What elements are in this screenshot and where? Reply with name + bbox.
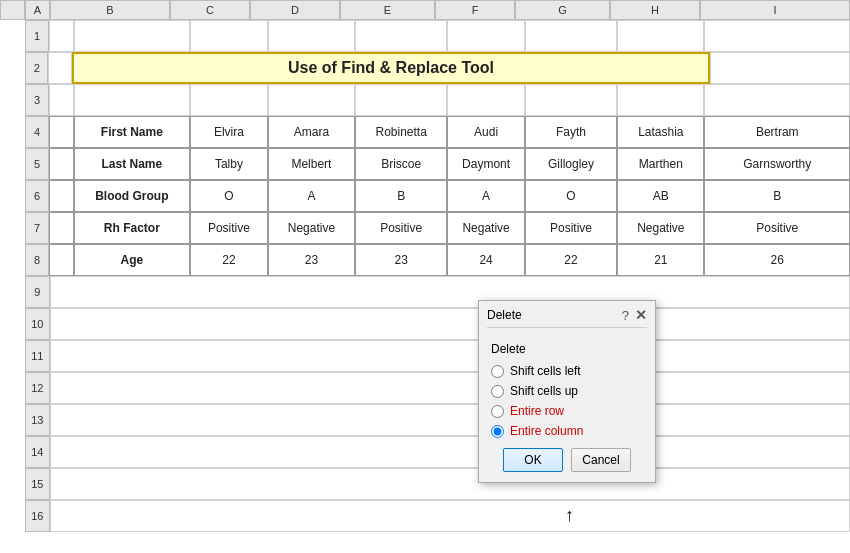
cell-a3[interactable] — [49, 84, 73, 116]
cell-c7[interactable]: Positive — [190, 212, 268, 244]
cell-i4[interactable]: Bertram — [704, 116, 850, 148]
cell-d1[interactable] — [268, 20, 355, 52]
radio-entire-column-label: Entire column — [510, 424, 583, 438]
cell-e7[interactable]: Positive — [355, 212, 447, 244]
cell-a5[interactable] — [49, 148, 73, 180]
row-header-4: 4 — [25, 116, 49, 148]
cell-e4[interactable]: Robinetta — [355, 116, 447, 148]
dialog-title: Delete — [487, 308, 522, 322]
cell-row16[interactable] — [50, 500, 850, 532]
cell-d6[interactable]: A — [268, 180, 355, 212]
cell-e1[interactable] — [355, 20, 447, 52]
row-12: 12 — [25, 372, 850, 404]
cell-i8[interactable]: 26 — [704, 244, 850, 276]
cell-g3[interactable] — [525, 84, 617, 116]
row-14: 14 — [25, 436, 850, 468]
row-5: 5 Last Name Talby Melbert Briscoe Daymon… — [25, 148, 850, 180]
cell-g4[interactable]: Fayth — [525, 116, 617, 148]
ok-button[interactable]: OK — [503, 448, 563, 472]
cell-f5[interactable]: Daymont — [447, 148, 525, 180]
cell-h7[interactable]: Negative — [617, 212, 704, 244]
cell-c4[interactable]: Elvira — [190, 116, 268, 148]
cell-i6[interactable]: B — [704, 180, 850, 212]
radio-entire-column[interactable]: Entire column — [491, 424, 643, 438]
cell-d8[interactable]: 23 — [268, 244, 355, 276]
cell-f6[interactable]: A — [447, 180, 525, 212]
cell-h5[interactable]: Marthen — [617, 148, 704, 180]
cell-i3[interactable] — [704, 84, 850, 116]
cell-row9[interactable] — [50, 276, 850, 308]
row-11: 11 — [25, 340, 850, 372]
cell-c6[interactable]: O — [190, 180, 268, 212]
radio-shift-up-input[interactable] — [491, 385, 504, 398]
radio-shift-left-input[interactable] — [491, 365, 504, 378]
cell-d5[interactable]: Melbert — [268, 148, 355, 180]
cell-g5[interactable]: Gillogley — [525, 148, 617, 180]
dialog-titlebar: Delete ? ✕ — [479, 301, 655, 327]
dialog-help-button[interactable]: ? — [622, 308, 629, 323]
col-header-i: I — [700, 0, 850, 20]
cell-a2[interactable] — [48, 52, 71, 84]
cell-e5[interactable]: Briscoe — [355, 148, 447, 180]
cell-i5[interactable]: Garnsworthy — [704, 148, 850, 180]
cell-c8[interactable]: 22 — [190, 244, 268, 276]
radio-entire-row[interactable]: Entire row — [491, 404, 643, 418]
cell-c3[interactable] — [190, 84, 268, 116]
radio-entire-row-input[interactable] — [491, 405, 504, 418]
dialog-close-button[interactable]: ✕ — [635, 307, 647, 323]
cell-d3[interactable] — [268, 84, 355, 116]
cell-i2[interactable] — [710, 52, 850, 84]
cell-g8[interactable]: 22 — [525, 244, 617, 276]
cell-row11[interactable] — [50, 340, 850, 372]
cell-row14[interactable] — [50, 436, 850, 468]
cell-row15[interactable] — [50, 468, 850, 500]
cell-row13[interactable] — [50, 404, 850, 436]
cell-i1[interactable] — [704, 20, 850, 52]
cell-i7[interactable]: Positive — [704, 212, 850, 244]
row-10: 10 — [25, 308, 850, 340]
col-header-d: D — [250, 0, 340, 20]
cell-h3[interactable] — [617, 84, 704, 116]
cell-e3[interactable] — [355, 84, 447, 116]
cell-c1[interactable] — [190, 20, 268, 52]
cell-e6[interactable]: B — [355, 180, 447, 212]
cell-row12[interactable] — [50, 372, 850, 404]
dialog-section-label: Delete — [491, 342, 643, 356]
col-header-c: C — [170, 0, 250, 20]
radio-entire-column-input[interactable] — [491, 425, 504, 438]
radio-shift-up[interactable]: Shift cells up — [491, 384, 643, 398]
cell-f7[interactable]: Negative — [447, 212, 525, 244]
cell-h4[interactable]: Latashia — [617, 116, 704, 148]
cell-f1[interactable] — [447, 20, 525, 52]
cell-e8[interactable]: 23 — [355, 244, 447, 276]
col-header-b: B — [50, 0, 170, 20]
cell-row10[interactable] — [50, 308, 850, 340]
cell-g1[interactable] — [525, 20, 617, 52]
cell-a6[interactable] — [49, 180, 73, 212]
cell-f3[interactable] — [447, 84, 525, 116]
cell-g6[interactable]: O — [525, 180, 617, 212]
cell-h1[interactable] — [617, 20, 704, 52]
cell-d7[interactable]: Negative — [268, 212, 355, 244]
cell-f4[interactable]: Audi — [447, 116, 525, 148]
cancel-button[interactable]: Cancel — [571, 448, 631, 472]
cell-a4[interactable] — [49, 116, 73, 148]
cell-f8[interactable]: 24 — [447, 244, 525, 276]
row-header-16: 16 — [25, 500, 50, 532]
radio-shift-left[interactable]: Shift cells left — [491, 364, 643, 378]
row-header-13: 13 — [25, 404, 50, 436]
row-15: 15 — [25, 468, 850, 500]
col-header-e: E — [340, 0, 435, 20]
cell-c5[interactable]: Talby — [190, 148, 268, 180]
cell-h6[interactable]: AB — [617, 180, 704, 212]
cell-d4[interactable]: Amara — [268, 116, 355, 148]
row-4: 4 First Name Elvira Amara Robinetta Audi… — [25, 116, 850, 148]
cell-g7[interactable]: Positive — [525, 212, 617, 244]
cell-b3[interactable] — [74, 84, 190, 116]
cell-a1[interactable] — [49, 20, 73, 52]
cell-b1[interactable] — [74, 20, 190, 52]
cell-h8[interactable]: 21 — [617, 244, 704, 276]
spreadsheet: A B C D E F G H I 1 2 Use of Find & Repl… — [0, 0, 850, 553]
cell-a7[interactable] — [49, 212, 73, 244]
cell-a8[interactable] — [49, 244, 73, 276]
